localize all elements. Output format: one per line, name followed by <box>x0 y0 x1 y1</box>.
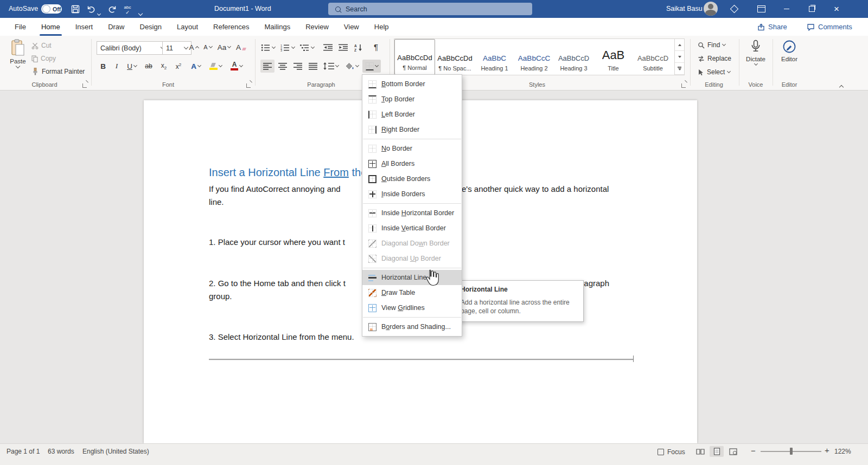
font-name-combo[interactable]: Calibri (Body) <box>97 41 168 55</box>
menu-item-draw-table[interactable]: Draw Table <box>362 285 462 300</box>
focus-button[interactable]: Focus <box>658 448 685 456</box>
subscript-button[interactable]: x2 <box>157 60 171 73</box>
minimize-button[interactable] <box>774 0 799 18</box>
redo-button[interactable] <box>105 0 119 18</box>
menu-item-inside-borders[interactable]: Inside Borders <box>362 186 462 202</box>
tab-help[interactable]: Help <box>367 18 397 36</box>
bold-button[interactable]: B <box>97 60 110 73</box>
tab-home[interactable]: Home <box>34 18 68 36</box>
align-left-button[interactable] <box>260 60 275 73</box>
web-layout-button[interactable] <box>726 446 740 457</box>
page-info[interactable]: Page 1 of 1 <box>7 448 40 455</box>
superscript-button[interactable]: x2 <box>171 60 186 73</box>
style-subtitle[interactable]: AaBbCcD Subtitle <box>633 39 673 75</box>
menu-item-left-border[interactable]: Left Border <box>362 107 462 122</box>
autosave-toggle[interactable]: Off <box>41 4 62 14</box>
gallery-scroll-down-button[interactable] <box>675 51 684 63</box>
gallery-more-button[interactable] <box>675 63 684 75</box>
menu-item-horizontal-line[interactable]: Horizontal Line <box>362 270 462 285</box>
change-case-button[interactable]: Aa <box>216 41 232 54</box>
share-button[interactable]: Share <box>757 18 787 36</box>
tab-draw[interactable]: Draw <box>100 18 132 36</box>
tab-file[interactable]: File <box>7 18 34 36</box>
replace-button[interactable]: Replace <box>698 55 731 62</box>
menu-item-inside-horizontal-border[interactable]: Inside Horizontal Border <box>362 205 462 221</box>
language-indicator[interactable]: English (United States) <box>82 448 149 455</box>
tab-layout[interactable]: Layout <box>169 18 206 36</box>
tab-references[interactable]: References <box>206 18 257 36</box>
restore-button[interactable] <box>799 0 824 18</box>
tab-design[interactable]: Design <box>132 18 169 36</box>
font-dialog-launcher[interactable] <box>246 82 252 88</box>
zoom-slider-thumb[interactable] <box>790 448 793 455</box>
clear-formatting-button[interactable]: A <box>234 41 247 54</box>
customize-quick-access-button[interactable] <box>139 8 142 17</box>
italic-button[interactable]: I <box>110 60 123 73</box>
editor-button[interactable]: Editor <box>776 39 803 62</box>
whats-new-button[interactable] <box>727 0 741 18</box>
menu-item-no-border[interactable]: No Border <box>362 141 462 156</box>
style-heading-3[interactable]: AaBbCcD Heading 3 <box>554 39 593 75</box>
align-right-button[interactable] <box>291 60 305 73</box>
menu-item-view-gridlines[interactable]: View Gridlines <box>362 300 462 315</box>
word-count[interactable]: 63 words <box>48 448 74 455</box>
borders-button[interactable] <box>362 60 381 73</box>
font-color-button[interactable]: A <box>228 60 245 73</box>
align-center-button[interactable] <box>276 60 290 73</box>
style-title[interactable]: AaB Title <box>593 39 633 75</box>
style-heading-2[interactable]: AaBbCcC Heading 2 <box>514 39 554 75</box>
copy-button[interactable]: Copy <box>31 55 56 62</box>
paste-button[interactable]: Paste <box>7 39 29 68</box>
menu-item-top-border[interactable]: Top Border <box>362 92 462 107</box>
show-formatting-marks-button[interactable]: ¶ <box>369 40 383 53</box>
style-heading-1[interactable]: AaBbC Heading 1 <box>475 39 514 75</box>
collapse-ribbon-button[interactable] <box>840 81 843 91</box>
print-layout-button[interactable] <box>710 446 724 457</box>
strikethrough-button[interactable]: ab <box>142 60 156 73</box>
underline-button[interactable]: U <box>124 60 140 73</box>
style-no-spacing[interactable]: AaBbCcDd ¶ No Spac... <box>435 39 475 75</box>
select-button[interactable]: Select <box>698 68 730 76</box>
comments-button[interactable]: Comments <box>807 18 852 36</box>
avatar[interactable] <box>704 2 718 16</box>
search-box[interactable]: Search <box>328 3 532 15</box>
menu-item-right-border[interactable]: Right Border <box>362 122 462 137</box>
undo-button[interactable] <box>84 0 98 18</box>
menu-item-bottom-border[interactable]: Bottom Border <box>362 76 462 92</box>
text-effects-button[interactable]: A <box>188 60 204 73</box>
ribbon-display-options-button[interactable] <box>754 0 768 18</box>
shrink-font-button[interactable]: A <box>201 41 214 54</box>
format-painter-button[interactable]: Format Painter <box>31 68 85 75</box>
line-spacing-button[interactable] <box>322 60 340 73</box>
gallery-scroll-up-button[interactable] <box>675 39 684 51</box>
multilevel-list-button[interactable] <box>299 41 315 54</box>
cut-button[interactable]: Cut <box>31 42 52 49</box>
style-normal[interactable]: AaBbCcDd ¶ Normal <box>394 39 435 75</box>
close-button[interactable]: × <box>824 0 849 18</box>
increase-indent-button[interactable] <box>336 41 350 54</box>
bullets-button[interactable] <box>260 41 276 54</box>
spelling-check-button[interactable]: abc✓ <box>120 0 135 18</box>
find-button[interactable]: Find <box>698 41 725 49</box>
menu-item-all-borders[interactable]: All Borders <box>362 156 462 171</box>
read-mode-button[interactable] <box>693 446 707 457</box>
highlight-color-button[interactable] <box>207 60 224 73</box>
zoom-level[interactable]: 122% <box>834 448 851 455</box>
shading-button[interactable] <box>343 60 360 73</box>
menu-item-outside-borders[interactable]: Outside Borders <box>362 171 462 186</box>
grow-font-button[interactable]: A <box>187 41 200 54</box>
tab-insert[interactable]: Insert <box>68 18 101 36</box>
zoom-out-button[interactable]: − <box>751 446 756 455</box>
menu-item-inside-vertical-border[interactable]: Inside Vertical Border <box>362 221 462 236</box>
justify-button[interactable] <box>306 60 320 73</box>
menu-item-borders-and-shading[interactable]: Borders and Shading... <box>362 319 462 334</box>
numbering-button[interactable]: 123 <box>279 41 296 54</box>
tab-view[interactable]: View <box>336 18 367 36</box>
zoom-in-button[interactable]: + <box>825 445 829 455</box>
tab-review[interactable]: Review <box>298 18 336 36</box>
save-button[interactable] <box>68 0 82 18</box>
decrease-indent-button[interactable] <box>321 41 335 54</box>
tab-mailings[interactable]: Mailings <box>257 18 298 36</box>
clipboard-dialog-launcher[interactable] <box>82 82 88 88</box>
sort-button[interactable]: AZ <box>352 41 366 54</box>
